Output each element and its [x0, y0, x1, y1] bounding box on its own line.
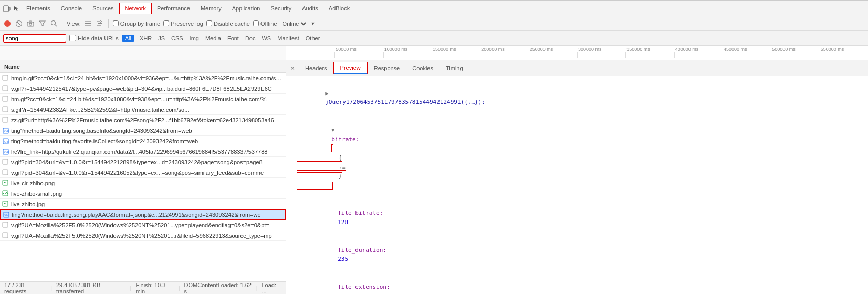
top-tab-security[interactable]: Security	[265, 3, 297, 14]
record-button[interactable]	[3, 19, 12, 28]
group-by-frame-input[interactable]	[113, 20, 119, 26]
timeline-tick-1: 100000 ms	[383, 46, 408, 58]
svg-point-7	[51, 21, 55, 25]
list-item[interactable]: hm.gif?cc=0&ck=1&cl=24-bit&ds=1920x1080&…	[0, 94, 286, 104]
filter-btn-img[interactable]: Img	[187, 35, 201, 42]
list-item[interactable]: zz.gif?url=http%3A%2F%2Fmusic.taihe.com%…	[0, 115, 286, 125]
filter-btn-css[interactable]: CSS	[169, 35, 185, 42]
separator2	[108, 19, 109, 28]
left-panel: Name hmgin.gif?cc=0&ck=1&cl=24-bit&ds=19…	[0, 60, 286, 294]
top-tab-performance[interactable]: Performance	[152, 3, 195, 14]
cursor-icon[interactable]	[12, 4, 21, 13]
right-panel: × HeadersPreviewResponseCookiesTiming ▶ …	[286, 60, 868, 294]
list-item[interactable]: s.gif?r=1544942382AFke...25B2%2592&l=htt…	[0, 104, 286, 115]
jsonp-wrapper-text: jQuery172064537511797835781544942124991(…	[325, 99, 485, 106]
list-item[interactable]: v.gif?pid=304&url=&v=1.0.0&r=15449422128…	[0, 157, 286, 167]
requests-list[interactable]: hmgin.gif?cc=0&ck=1&cl=24-bit&ds=1920x10…	[0, 73, 286, 281]
right-tab-response[interactable]: Response	[368, 63, 406, 74]
file-duration-line: file_duration: 235	[290, 236, 864, 273]
list-item[interactable]: XHRlrc?lrc_link=http://qukufile2.qianqia…	[0, 146, 286, 157]
img-icon	[2, 201, 9, 208]
list-item[interactable]: XHRting?method=baidu.ting.song.playAAC&f…	[0, 209, 286, 220]
separator1	[62, 19, 62, 28]
filter-btn-xhr[interactable]: XHR	[138, 35, 154, 42]
list-item[interactable]: v.gif?UA=Mozilla%252F5.0%2520(Windows%25…	[0, 220, 286, 230]
request-name: v.gif?pid=304&url=&v=1.0.0&r=15449422128…	[11, 159, 284, 165]
right-tab-cookies[interactable]: Cookies	[406, 63, 440, 74]
filter-btn-manifest[interactable]: Manifest	[275, 35, 301, 42]
filter-btn-js[interactable]: JS	[156, 35, 167, 42]
list-item[interactable]: live-zhibo.jpg	[0, 199, 286, 209]
svg-text:XHR: XHR	[4, 151, 9, 154]
svg-text:XHR: XHR	[4, 130, 9, 133]
svg-rect-34	[3, 233, 8, 238]
list-item[interactable]: v.gif?r=1544942125417&type=pv&page=web&p…	[0, 83, 286, 94]
clear-button[interactable]	[15, 19, 23, 28]
list-item[interactable]: live-zhibo-small.png	[0, 188, 286, 199]
preserve-log-label: Preserve log	[171, 20, 203, 27]
right-tabs-container: HeadersPreviewResponseCookiesTiming	[299, 62, 469, 74]
file-bitrate-line: file_bitrate: 128	[290, 200, 864, 236]
list-item[interactable]: XHRting?method=baidu.ting.favorite.isCol…	[0, 136, 286, 146]
filter-btn-font[interactable]: Font	[225, 35, 241, 42]
tick-line-4	[529, 52, 529, 58]
request-name: hm.gif?cc=0&ck=1&cl=24-bit&ds=1920x1080&…	[11, 96, 284, 102]
top-tab-console[interactable]: Console	[56, 3, 87, 14]
top-tab-network[interactable]: Network	[119, 3, 152, 14]
svg-rect-18	[3, 107, 8, 112]
filter-btn-media[interactable]: Media	[203, 35, 223, 42]
list-item[interactable]: hmgin.gif?cc=0&ck=1&cl=24-bit&ds=1920x10…	[0, 73, 286, 83]
view-waterfall-icon[interactable]	[96, 19, 104, 28]
throttle-dropdown-arrow: ▼	[311, 21, 316, 26]
offline-input[interactable]	[253, 20, 259, 26]
hide-data-urls-input[interactable]	[69, 35, 76, 41]
request-name: ting?method=baidu.ting.song.playAAC&form…	[12, 212, 283, 218]
list-item[interactable]: XHRting?method=baidu.ting.song.baseInfo&…	[0, 125, 286, 136]
disable-cache-checkbox[interactable]: Disable cache	[206, 20, 250, 27]
view-list-icon[interactable]	[84, 19, 92, 28]
disable-cache-input[interactable]	[206, 20, 212, 26]
device-toggle-icon[interactable]	[2, 4, 12, 13]
data-size: 29.4 KB / 381 KB transferred	[56, 282, 126, 295]
top-tab-application[interactable]: Application	[227, 3, 266, 14]
right-tab-headers[interactable]: Headers	[299, 63, 333, 74]
filter-button[interactable]	[38, 19, 46, 28]
top-tab-adblock[interactable]: AdBlock	[323, 3, 355, 14]
tick-line-6	[625, 52, 626, 58]
list-item[interactable]: v.gif?UA=Mozilla%252F5.0%2520(Windows%25…	[0, 230, 286, 241]
filter-btn-other[interactable]: Other	[304, 35, 322, 42]
search-input[interactable]	[3, 34, 66, 43]
offline-checkbox[interactable]: Offline	[253, 20, 277, 27]
preserve-log-input[interactable]	[163, 20, 169, 26]
timeline-bar: 50000 ms100000 ms150000 ms200000 ms25000…	[0, 46, 868, 60]
top-tab-elements[interactable]: Elements	[21, 3, 56, 14]
search-button[interactable]	[49, 19, 58, 28]
top-tab-sources[interactable]: Sources	[87, 3, 119, 14]
hide-data-urls-checkbox[interactable]: Hide data URLs	[69, 35, 119, 41]
top-tab-memory[interactable]: Memory	[195, 3, 227, 14]
filter-btn-doc[interactable]: Doc	[243, 35, 258, 42]
bitrate-key: bitrate:	[331, 136, 363, 143]
list-item[interactable]: live-cir-zhibo.png	[0, 178, 286, 188]
preserve-log-checkbox[interactable]: Preserve log	[163, 20, 203, 27]
timeline-tick-4: 250000 ms	[529, 46, 553, 58]
group-by-frame-checkbox[interactable]: Group by frame	[113, 20, 160, 27]
expand-arrow-main[interactable]: ▶	[325, 90, 328, 96]
svg-text:XHR: XHR	[4, 140, 9, 143]
right-tab-preview[interactable]: Preview	[333, 62, 368, 74]
close-panel-button[interactable]: ×	[288, 64, 297, 72]
tick-line-9	[771, 52, 771, 58]
filter-btn-ws[interactable]: WS	[259, 35, 273, 42]
request-name: v.gif?pid=304&url=&v=1.0.0&r=15449422160…	[11, 170, 284, 176]
bitrate-expand[interactable]: ▼	[331, 127, 334, 133]
timeline-tick-10: 550000 ms	[820, 46, 844, 58]
svg-rect-33	[3, 222, 8, 227]
top-tab-audits[interactable]: Audits	[297, 3, 323, 14]
throttle-select[interactable]: Online	[280, 20, 308, 27]
right-tab-timing[interactable]: Timing	[440, 63, 469, 74]
request-name: hmgin.gif?cc=0&ck=1&cl=24-bit&ds=1920x10…	[11, 75, 284, 81]
screenshot-button[interactable]	[26, 19, 35, 28]
filter-all-button[interactable]: All	[122, 35, 134, 42]
list-item[interactable]: v.gif?pid=304&url=&v=1.0.0&r=15449422160…	[0, 167, 286, 178]
bitrate-value-wrapper: { ,… }	[297, 144, 346, 189]
